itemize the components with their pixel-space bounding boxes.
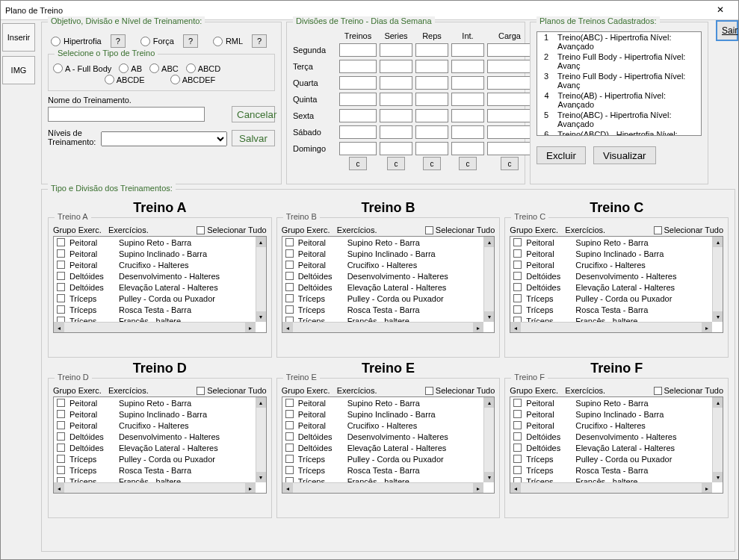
exercise-list[interactable]: PeitoralSupino Reto - Barra PeitoralSupi… [510, 396, 723, 494]
day-cell[interactable] [451, 60, 484, 73]
exercise-row[interactable]: PeitoralSupino Inclinado - Barra [510, 248, 712, 259]
exercise-row[interactable]: PeitoralSupino Inclinado - Barra [54, 248, 256, 259]
exercise-checkbox[interactable] [513, 249, 522, 258]
excluir-button[interactable]: Excluir [537, 146, 586, 164]
clear-col-button[interactable]: c [423, 157, 441, 170]
exercise-row[interactable]: TrícepsFrancês - haltere [510, 315, 712, 322]
niveis-select[interactable] [101, 131, 227, 146]
day-cell[interactable] [415, 76, 448, 90]
clear-col-button[interactable]: c [501, 157, 519, 170]
help-forca[interactable]: ? [183, 34, 198, 48]
exercise-checkbox[interactable] [513, 317, 522, 322]
exercise-row[interactable]: DeltóidesDesenvolvimento - Halteres [54, 270, 256, 281]
planos-row[interactable]: 3Treino Full Body - Hipertrofia Nível: A… [537, 71, 701, 90]
exercise-row[interactable]: PeitoralSupino Inclinado - Barra [54, 408, 256, 420]
exercise-row[interactable]: PeitoralSupino Reto - Barra [282, 397, 484, 408]
hscrollbar[interactable]: ◂▸ [510, 482, 712, 493]
exercise-row[interactable]: PeitoralCrucifixo - Halteres [54, 420, 256, 431]
exercise-row[interactable]: DeltóidesElevação Lateral - Halteres [282, 281, 484, 293]
exercise-row[interactable]: TrícepsFrancês - haltere [510, 476, 712, 482]
hscrollbar[interactable]: ◂▸ [54, 482, 256, 493]
exercise-row[interactable]: PeitoralSupino Inclinado - Barra [282, 408, 484, 420]
exercise-checkbox[interactable] [57, 317, 65, 322]
nome-input[interactable] [48, 107, 205, 122]
exercise-checkbox[interactable] [57, 444, 65, 452]
exercise-row[interactable]: TrícepsRosca Testa - Barra [510, 464, 712, 476]
day-cell[interactable] [451, 142, 484, 155]
day-cell[interactable] [415, 43, 448, 57]
sair-button[interactable]: Sair [716, 20, 738, 41]
exercise-checkbox[interactable] [513, 477, 522, 482]
exercise-checkbox[interactable] [513, 305, 522, 314]
exercise-checkbox[interactable] [57, 421, 65, 429]
exercise-row[interactable]: DeltóidesElevação Lateral - Halteres [510, 281, 712, 293]
day-cell[interactable] [451, 93, 484, 106]
day-cell[interactable] [487, 93, 532, 106]
exercise-checkbox[interactable] [513, 261, 522, 269]
exercise-checkbox[interactable] [285, 249, 294, 258]
day-cell[interactable] [487, 60, 532, 73]
exercise-row[interactable]: TrícepsRosca Testa - Barra [54, 304, 256, 315]
exercise-row[interactable]: PeitoralSupino Reto - Barra [510, 237, 712, 248]
exercise-list[interactable]: PeitoralSupino Reto - Barra PeitoralSupi… [510, 236, 723, 333]
select-all[interactable]: Selecionar Tudo [425, 386, 495, 395]
exercise-checkbox[interactable] [285, 261, 294, 269]
exercise-list[interactable]: PeitoralSupino Reto - Barra PeitoralSupi… [53, 236, 267, 333]
exercise-checkbox[interactable] [285, 432, 294, 441]
day-cell[interactable] [451, 76, 484, 90]
day-cell[interactable] [380, 93, 412, 106]
help-rml[interactable]: ? [252, 34, 267, 48]
exercise-checkbox[interactable] [57, 261, 65, 269]
radio-abcd[interactable]: ABCD [186, 63, 221, 73]
select-all[interactable]: Selecionar Tudo [197, 386, 267, 395]
exercise-row[interactable]: TrícepsPulley - Corda ou Puxador [282, 293, 484, 304]
exercise-row[interactable]: TrícepsFrancês - haltere [54, 315, 256, 322]
exercise-checkbox[interactable] [57, 249, 65, 258]
exercise-checkbox[interactable] [285, 466, 294, 474]
day-cell[interactable] [415, 109, 448, 122]
day-cell[interactable] [487, 109, 532, 122]
day-cell[interactable] [451, 43, 484, 57]
exercise-checkbox[interactable] [513, 432, 522, 441]
day-cell[interactable] [487, 43, 532, 57]
day-cell[interactable] [380, 109, 412, 122]
radio-hipertrofia[interactable]: Hipertrofia [51, 37, 102, 46]
planos-row[interactable]: 1Treino(ABC) - Hipertrofia Nível: Avança… [537, 32, 701, 52]
planos-row[interactable]: 6Treino(ABCD) - Hipertrofia Nível: Avanç… [537, 129, 701, 136]
exercise-row[interactable]: TrícepsRosca Testa - Barra [510, 304, 712, 315]
day-cell[interactable] [380, 125, 412, 139]
exercise-checkbox[interactable] [57, 294, 65, 302]
exercise-row[interactable]: PeitoralCrucifixo - Halteres [282, 259, 484, 270]
radio-abcdef[interactable]: ABCDEF [170, 75, 216, 84]
radio-a[interactable]: A - Full Body [53, 63, 111, 73]
day-cell[interactable] [339, 76, 377, 90]
exercise-checkbox[interactable] [285, 421, 294, 429]
exercise-row[interactable]: PeitoralSupino Reto - Barra [282, 237, 484, 248]
day-cell[interactable] [339, 93, 377, 106]
clear-col-button[interactable]: c [349, 157, 367, 170]
exercise-checkbox[interactable] [57, 455, 65, 463]
exercise-row[interactable]: TrícepsRosca Testa - Barra [282, 464, 484, 476]
exercise-row[interactable]: PeitoralCrucifixo - Halteres [510, 259, 712, 270]
exercise-row[interactable]: DeltóidesDesenvolvimento - Halteres [510, 431, 712, 442]
exercise-checkbox[interactable] [57, 466, 65, 474]
hscrollbar[interactable]: ◂▸ [54, 322, 256, 332]
exercise-row[interactable]: PeitoralSupino Reto - Barra [510, 397, 712, 408]
exercise-row[interactable]: TrícepsPulley - Corda ou Puxador [510, 293, 712, 304]
close-icon[interactable]: ✕ [707, 3, 734, 18]
clear-col-button[interactable]: c [387, 157, 405, 170]
vscrollbar[interactable]: ▴▾ [712, 237, 723, 322]
exercise-row[interactable]: PeitoralCrucifixo - Halteres [54, 259, 256, 270]
day-cell[interactable] [380, 60, 412, 73]
day-cell[interactable] [415, 142, 448, 155]
vscrollbar[interactable]: ▴▾ [256, 397, 266, 482]
exercise-checkbox[interactable] [57, 410, 65, 418]
exercise-row[interactable]: TrícepsPulley - Corda ou Puxador [510, 453, 712, 464]
planos-row[interactable]: 2Treino Full Body - Hipertrofia Nível: A… [537, 52, 701, 71]
cancelar-button[interactable]: Cancelar [232, 106, 275, 122]
exercise-row[interactable]: TrícepsFrancês - haltere [282, 315, 484, 322]
radio-rml[interactable]: RML [213, 37, 243, 46]
exercise-checkbox[interactable] [285, 305, 294, 314]
exercise-row[interactable]: PeitoralSupino Reto - Barra [54, 397, 256, 408]
select-all[interactable]: Selecionar Tudo [654, 386, 724, 395]
